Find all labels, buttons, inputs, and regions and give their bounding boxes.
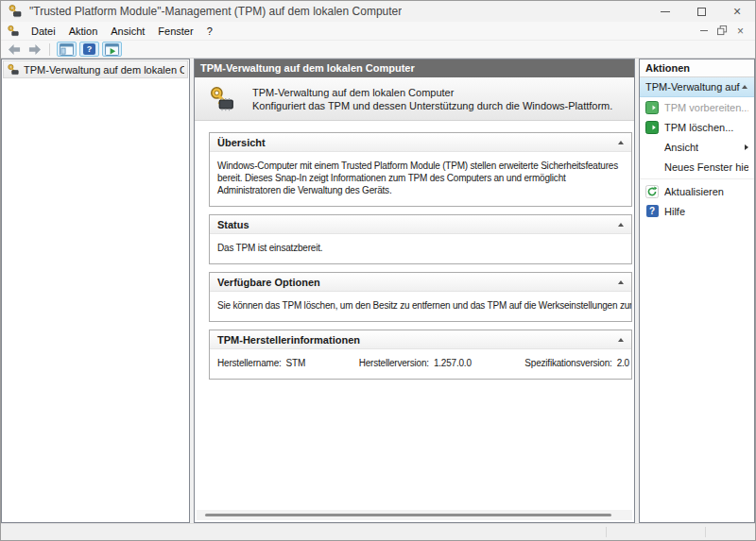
help-icon: ? xyxy=(83,43,95,55)
tree-item-label: TPM-Verwaltung auf dem lokalen Computer xyxy=(24,64,184,76)
collapse-icon[interactable] xyxy=(618,338,624,342)
results-pane: TPM-Verwaltung auf dem lokalen Computer … xyxy=(194,59,635,523)
show-console-tree-icon xyxy=(60,43,74,56)
mdi-minimize-icon[interactable] xyxy=(700,30,708,31)
action-neues-fenster[interactable]: Neues Fenster hier ... xyxy=(640,157,754,177)
field-label: Spezifikationsversion: xyxy=(524,358,611,368)
actions-group-title: TPM-Verwaltung auf de... xyxy=(645,81,742,93)
refresh-icon xyxy=(645,185,659,198)
collapse-icon[interactable] xyxy=(618,223,624,227)
action-label: Aktualisieren xyxy=(664,186,724,197)
section-herstellerinformationen: TPM-Herstellerinformationen Herstellerna… xyxy=(209,330,632,380)
tpm-key-icon xyxy=(7,63,20,76)
maximize-button[interactable] xyxy=(683,1,719,22)
titlebar: "Trusted Platform Module"-Management (TP… xyxy=(1,1,755,22)
section-status-header[interactable]: Status xyxy=(210,215,631,234)
tpm-banner: TPM-Verwaltung auf dem lokalen Computer … xyxy=(195,77,634,121)
section-uebersicht-body: Windows-Computer mit einem Trusted Platf… xyxy=(210,152,631,206)
workspace: TPM-Verwaltung auf dem lokalen Computer … xyxy=(1,59,755,523)
collapse-icon[interactable] xyxy=(618,280,624,284)
action-aktualisieren[interactable]: Aktualisieren xyxy=(640,181,754,201)
field-label: Herstellerversion: xyxy=(359,358,429,368)
field-value: 2.0 xyxy=(617,358,629,368)
show-action-pane-icon xyxy=(105,43,119,56)
section-title: Verfügbare Optionen xyxy=(217,277,320,288)
tpm-key-icon xyxy=(8,4,23,19)
mdi-restore-icon[interactable] xyxy=(717,25,728,36)
show-console-tree-button[interactable] xyxy=(57,42,77,57)
actions-group-header[interactable]: TPM-Verwaltung auf de... xyxy=(640,77,754,97)
menu-datei[interactable]: Datei xyxy=(25,24,62,39)
action-arrow-icon xyxy=(645,121,659,134)
minimize-button[interactable] xyxy=(647,1,683,22)
statusbar xyxy=(1,523,755,540)
action-label: TPM vorbereiten... xyxy=(664,102,748,113)
toolbar: ? xyxy=(1,41,755,59)
back-button[interactable] xyxy=(6,42,23,57)
tpm-key-icon xyxy=(208,85,236,113)
show-action-pane-button[interactable] xyxy=(102,42,122,57)
menubar: Datei Aktion Ansicht Fenster ? × xyxy=(1,22,755,41)
collapse-icon[interactable] xyxy=(742,85,747,89)
menu-hilfe[interactable]: ? xyxy=(200,24,219,39)
horizontal-scrollbar[interactable] xyxy=(197,510,632,520)
window-title: "Trusted Platform Module"-Management (TP… xyxy=(29,5,402,18)
menu-ansicht[interactable]: Ansicht xyxy=(104,24,151,39)
action-arrow-icon xyxy=(645,101,659,114)
mdi-window-controls: × xyxy=(700,25,751,37)
section-uebersicht: Übersicht Windows-Computer mit einem Tru… xyxy=(209,132,632,207)
menu-fenster[interactable]: Fenster xyxy=(151,24,199,39)
action-tpm-vorbereiten[interactable]: TPM vorbereiten... xyxy=(640,97,754,117)
tree-item-tpm-management[interactable]: TPM-Verwaltung auf dem lokalen Computer xyxy=(3,60,188,78)
menu-aktion[interactable]: Aktion xyxy=(62,24,105,39)
section-uebersicht-header[interactable]: Übersicht xyxy=(210,133,631,152)
toolbar-help-button[interactable]: ? xyxy=(79,42,99,57)
tpm-key-icon xyxy=(7,25,20,38)
collapse-icon[interactable] xyxy=(618,141,624,144)
horizontal-scrollbar-thumb[interactable] xyxy=(205,514,611,516)
submenu-arrow-icon xyxy=(745,144,748,150)
banner-subtitle: Konfiguriert das TPM und dessen Unterstü… xyxy=(252,99,612,112)
statusbar-separator xyxy=(705,527,706,537)
section-verfuegbare-optionen-body: Sie können das TPM löschen, um den Besit… xyxy=(210,292,631,321)
banner-title: TPM-Verwaltung auf dem lokalen Computer xyxy=(252,86,612,99)
section-status: Status Das TPM ist einsatzbereit. xyxy=(209,214,632,264)
section-title: Übersicht xyxy=(217,137,266,148)
field-value: 1.257.0.0 xyxy=(434,358,472,368)
section-verfuegbare-optionen: Verfügbare Optionen Sie können das TPM l… xyxy=(209,272,632,322)
field-label: Herstellername: xyxy=(217,358,282,368)
section-title: TPM-Herstellerinformationen xyxy=(217,334,360,346)
action-label: Hilfe xyxy=(664,206,685,217)
section-status-body: Das TPM ist einsatzbereit. xyxy=(210,234,631,263)
console-tree-pane: TPM-Verwaltung auf dem lokalen Computer xyxy=(1,59,190,523)
actions-pane: Aktionen TPM-Verwaltung auf de... TPM vo… xyxy=(639,59,755,523)
close-button[interactable]: × xyxy=(719,1,755,22)
action-tpm-loeschen[interactable]: TPM löschen... xyxy=(640,117,754,137)
section-verfuegbare-optionen-header[interactable]: Verfügbare Optionen xyxy=(210,273,631,292)
mdi-close-icon[interactable]: × xyxy=(737,25,744,37)
action-label: Neues Fenster hier ... xyxy=(664,161,748,173)
action-label: Ansicht xyxy=(664,142,698,153)
section-title: Status xyxy=(217,219,249,230)
actions-pane-title: Aktionen xyxy=(640,59,754,77)
forward-icon xyxy=(27,43,42,56)
action-label: TPM löschen... xyxy=(664,122,733,133)
close-icon: × xyxy=(733,5,741,18)
forward-button[interactable] xyxy=(26,42,43,57)
results-content: Übersicht Windows-Computer mit einem Tru… xyxy=(195,121,634,510)
statusbar-separator xyxy=(606,527,607,537)
field-herstellerversion: Herstellerversion:1.257.0.0 xyxy=(359,357,472,369)
maximize-icon xyxy=(697,8,706,16)
action-ansicht[interactable]: Ansicht xyxy=(640,137,754,157)
section-herstellerinformationen-header[interactable]: TPM-Herstellerinformationen xyxy=(210,330,631,349)
results-pane-title: TPM-Verwaltung auf dem lokalen Computer xyxy=(195,59,634,77)
field-spezifikationsversion: Spezifikationsversion:2.0 xyxy=(524,357,629,369)
section-herstellerinformationen-body: Herstellername:STM Herstellerversion:1.2… xyxy=(210,349,631,379)
actions-separator xyxy=(640,177,754,179)
minimize-icon xyxy=(661,11,670,12)
action-hilfe[interactable]: ? Hilfe xyxy=(640,201,754,221)
mmc-window: "Trusted Platform Module"-Management (TP… xyxy=(0,0,756,541)
toolbar-separator xyxy=(49,43,50,56)
back-icon xyxy=(8,43,22,56)
help-icon: ? xyxy=(645,205,659,218)
